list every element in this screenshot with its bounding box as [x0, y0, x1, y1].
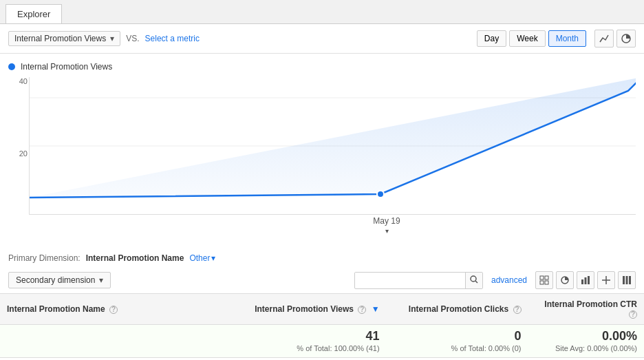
svg-rect-19 [629, 276, 631, 284]
totals-clicks-num: 0 [394, 329, 522, 343]
line-chart-icon [599, 34, 609, 43]
line-chart-button[interactable] [594, 30, 614, 47]
secondary-dimension-label: Secondary dimension [16, 275, 95, 285]
svg-point-5 [471, 276, 476, 282]
week-button[interactable]: Week [509, 30, 545, 47]
secondary-dimension-bar: Secondary dimension ▾ advanced [0, 267, 644, 293]
totals-ctr-num: 0.00% [535, 329, 638, 343]
sort-desc-icon: ▼ [372, 304, 380, 314]
header-views-label: Internal Promotion Views [255, 304, 354, 314]
month-button[interactable]: Month [548, 30, 586, 47]
header-clicks: Internal Promotion Clicks ? [387, 294, 528, 325]
chart-wrapper: 40 20 May 19 ▾ [29, 77, 636, 235]
columns-icon [622, 275, 632, 285]
explorer-tab[interactable]: Explorer [6, 4, 62, 23]
pie-chart-button[interactable] [616, 30, 636, 47]
svg-rect-10 [545, 281, 548, 284]
primary-dim-value: Internal Promotion Name [86, 253, 184, 263]
svg-point-4 [377, 191, 384, 198]
legend-dot [8, 63, 15, 70]
totals-clicks-sub: % of Total: 0.00% (0) [451, 344, 522, 352]
other-label: Other [189, 253, 210, 263]
search-input[interactable] [355, 273, 465, 288]
svg-rect-13 [585, 277, 587, 284]
bar-view-button[interactable] [577, 271, 594, 289]
header-name: Internal Promotion Name ? [0, 294, 245, 325]
columns-button[interactable] [618, 271, 636, 289]
metric1-label: Internal Promotion Views [14, 34, 106, 43]
header-name-label: Internal Promotion Name [7, 304, 105, 314]
primary-dimension-bar: Primary Dimension: Internal Promotion Na… [0, 246, 644, 267]
svg-marker-3 [30, 77, 636, 198]
toolbar: Internal Promotion Views ▾ VS. Select a … [0, 24, 644, 54]
search-box [354, 272, 483, 289]
header-ctr-label: Internal Promotion CTR [544, 299, 637, 309]
day-button[interactable]: Day [477, 30, 506, 47]
totals-views-sub: % of Total: 100.00% (41) [297, 344, 379, 352]
x-label-arrow: ▾ [385, 227, 389, 235]
totals-row: 41 % of Total: 100.00% (41) 0 % of Total… [0, 325, 644, 358]
row1-name-cell: 1. vc6209 [0, 358, 245, 361]
svg-rect-7 [540, 276, 544, 279]
select-metric-link[interactable]: Select a metric [145, 34, 200, 43]
totals-ctr-cell: 0.00% Site Avg: 0.00% (0.00%) [528, 325, 645, 358]
y-axis: 40 20 [8, 77, 28, 222]
totals-views-num: 41 [252, 329, 380, 343]
totals-name-cell [0, 325, 245, 358]
svg-line-6 [475, 281, 477, 283]
x-label-container: May 19 ▾ [359, 216, 414, 235]
totals-ctr-sub: Site Avg: 0.00% (0.00%) [555, 344, 637, 352]
header-ctr-help-icon[interactable]: ? [629, 310, 637, 319]
table-header-row: Internal Promotion Name ? Internal Promo… [0, 294, 644, 325]
header-name-help-icon[interactable]: ? [109, 306, 118, 314]
search-button[interactable] [465, 273, 482, 288]
chart-svg [29, 77, 636, 215]
vs-label: VS. [126, 34, 139, 43]
secondary-dim-arrow-icon: ▾ [99, 275, 103, 285]
totals-views-cell: 41 % of Total: 100.00% (41) [245, 325, 387, 358]
header-views-help-icon[interactable]: ? [358, 306, 366, 314]
y-label-40: 40 [8, 77, 28, 85]
time-controls: Day Week Month [477, 30, 636, 47]
totals-clicks-cell: 0 % of Total: 0.00% (0) [387, 325, 528, 358]
svg-rect-18 [626, 276, 628, 284]
header-clicks-help-icon[interactable]: ? [513, 306, 522, 314]
header-views: Internal Promotion Views ? ▼ [245, 294, 387, 325]
table-row: 1. vc6209 19 (46.34%) 0 (0.00%) 0.00% [0, 358, 644, 361]
data-table-container: Internal Promotion Name ? Internal Promo… [0, 293, 644, 360]
bar-view-icon [581, 275, 590, 285]
row1-views-cell: 19 (46.34%) [245, 358, 387, 361]
svg-rect-9 [540, 281, 544, 284]
data-table: Internal Promotion Name ? Internal Promo… [0, 293, 644, 360]
row1-ctr-cell: 0.00% [528, 358, 645, 361]
tab-bar: Explorer [0, 0, 644, 24]
legend-label: Internal Promotion Views [21, 62, 112, 72]
chart-area: Internal Promotion Views 40 20 [0, 54, 644, 235]
metric1-dropdown[interactable]: Internal Promotion Views ▾ [8, 31, 120, 46]
other-dropdown[interactable]: Other ▾ [189, 253, 215, 263]
other-arrow-icon: ▾ [211, 253, 215, 263]
table-icon-button[interactable] [535, 271, 553, 289]
pivot-button[interactable] [597, 271, 615, 289]
view-buttons [594, 30, 636, 47]
svg-rect-17 [623, 276, 625, 284]
pivot-icon [601, 275, 611, 285]
svg-rect-8 [545, 276, 548, 279]
pie-view-icon [560, 275, 570, 285]
pie-view-button[interactable] [556, 271, 574, 289]
primary-dim-label: Primary Dimension: [8, 253, 80, 263]
header-clicks-label: Internal Promotion Clicks [409, 304, 508, 314]
header-ctr: Internal Promotion CTR ? [528, 294, 645, 325]
chart-legend: Internal Promotion Views [8, 62, 636, 72]
advanced-link[interactable]: advanced [491, 275, 527, 285]
y-label-20: 20 [8, 149, 28, 158]
secondary-dimension-button[interactable]: Secondary dimension ▾ [8, 272, 111, 288]
search-icon [470, 275, 478, 284]
x-label: May 19 [373, 216, 400, 226]
pie-chart-icon [621, 34, 631, 43]
table-view-icons [535, 271, 636, 289]
svg-rect-12 [581, 279, 583, 284]
table-icon [539, 275, 549, 285]
metric1-arrow-icon: ▾ [110, 34, 114, 43]
row1-clicks-cell: 0 (0.00%) [387, 358, 528, 361]
